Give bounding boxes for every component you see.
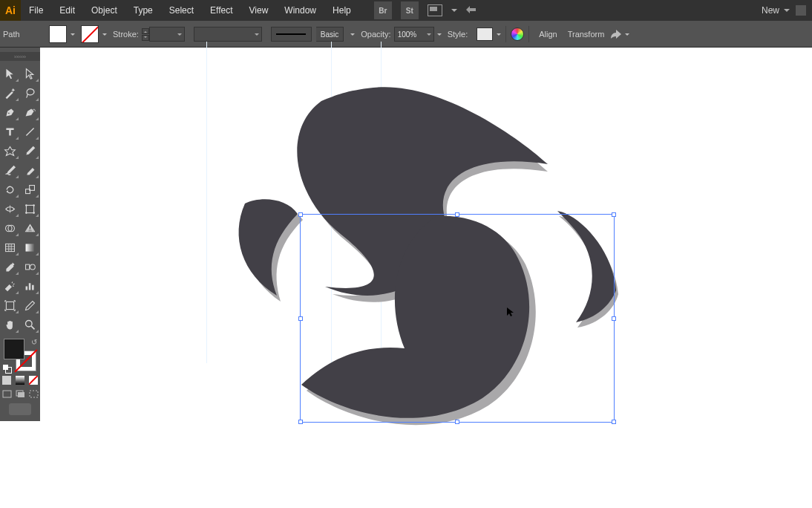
brush-stroke-icon (276, 33, 306, 35)
opacity-dropdown[interactable]: 100% (394, 27, 434, 42)
hand-tool[interactable] (0, 315, 20, 334)
transform-button[interactable]: Transform (563, 27, 610, 41)
eraser-tool[interactable] (20, 160, 40, 180)
menu-object[interactable]: Object (83, 0, 125, 21)
chevron-down-icon[interactable] (451, 9, 457, 15)
artwork-fill-group[interactable] (239, 87, 616, 418)
curvature-tool[interactable] (20, 102, 40, 122)
search-icon[interactable] (466, 4, 478, 17)
free-transform-tool[interactable] (20, 199, 40, 218)
magic-wand-tool[interactable] (0, 83, 20, 102)
doc-selector-icon[interactable] (796, 5, 806, 16)
symbol-sprayer-tool[interactable] (0, 276, 20, 296)
stroke-weight-dropdown[interactable] (149, 27, 185, 42)
brush-preview (271, 27, 312, 42)
style-swatch[interactable] (477, 27, 493, 41)
draw-normal-icon[interactable] (0, 388, 13, 399)
shaper-tool[interactable] (0, 160, 20, 180)
menubar-right: New (762, 5, 812, 16)
svg-rect-9 (6, 244, 15, 251)
isolate-icon[interactable] (609, 28, 623, 40)
mesh-tool[interactable] (0, 238, 20, 257)
controlbar: Path Stroke: Basic Opacity: 100% Style: … (0, 21, 812, 48)
chevron-right-icon[interactable] (437, 33, 442, 38)
menu-window[interactable]: Window (276, 0, 324, 21)
stroke-label[interactable]: Stroke: (113, 30, 139, 39)
vwp-dropdown[interactable] (194, 27, 262, 42)
color-mode-gradient[interactable] (13, 374, 27, 386)
arrange-documents-icon[interactable] (428, 4, 442, 16)
opacity-value: 100% (395, 30, 417, 39)
swap-fill-stroke-icon[interactable]: ↺ (31, 338, 37, 346)
color-mode-solid[interactable] (0, 374, 13, 386)
fill-swatch[interactable] (49, 25, 67, 43)
screen-mode-button[interactable] (9, 403, 31, 415)
svg-point-14 (26, 320, 33, 327)
paintbrush-tool[interactable] (20, 141, 40, 160)
bridge-icon[interactable]: Br (374, 1, 392, 19)
rotate-tool[interactable] (0, 180, 20, 199)
line-segment-tool[interactable] (20, 122, 40, 141)
svg-point-6 (33, 212, 35, 214)
svg-rect-2 (26, 205, 33, 212)
divider (528, 26, 529, 42)
menu-view[interactable]: View (241, 0, 277, 21)
column-graph-tool[interactable] (20, 276, 40, 296)
type-tool[interactable] (0, 122, 20, 141)
fill-control[interactable] (49, 25, 75, 43)
app-logo[interactable]: Ai (0, 0, 21, 21)
lasso-tool[interactable] (20, 83, 40, 102)
stroke-weight-stepper[interactable] (142, 28, 149, 41)
eyedropper-tool[interactable] (0, 257, 20, 276)
variable-width-profile[interactable] (194, 27, 262, 42)
chevron-down-icon[interactable] (350, 33, 355, 38)
shape-builder-tool[interactable] (0, 218, 20, 238)
workspace-switcher[interactable]: New (762, 5, 790, 16)
menu-edit[interactable]: Edit (51, 0, 83, 21)
stepper-down-icon[interactable] (142, 35, 149, 41)
recolor-artwork-icon[interactable] (511, 27, 524, 41)
direct-selection-tool[interactable] (20, 64, 40, 83)
fill-shape-bottom[interactable] (301, 216, 529, 418)
opacity-label[interactable]: Opacity: (361, 30, 390, 39)
draw-behind-icon[interactable] (13, 388, 27, 399)
fill-large-swatch[interactable] (4, 339, 24, 359)
menu-effect[interactable]: Effect (202, 0, 240, 21)
align-button[interactable]: Align (534, 27, 562, 41)
canvas-area[interactable] (43, 49, 812, 508)
artwork[interactable] (43, 49, 726, 508)
slice-tool[interactable] (20, 296, 40, 315)
stepper-up-icon[interactable] (142, 28, 149, 34)
blend-tool[interactable] (20, 257, 40, 276)
stroke-swatch[interactable] (81, 25, 99, 43)
artboard-tool[interactable] (0, 296, 20, 315)
chevron-down-icon[interactable] (71, 33, 75, 38)
menu-file[interactable]: File (21, 0, 51, 21)
chevron-down-icon (255, 33, 259, 38)
menu-select[interactable]: Select (161, 0, 202, 21)
pen-tool[interactable] (0, 102, 20, 122)
color-mode-none[interactable] (27, 374, 40, 386)
stock-icon[interactable]: St (401, 1, 419, 19)
gradient-tool[interactable] (20, 238, 40, 257)
perspective-grid-tool[interactable] (20, 218, 40, 238)
menu-help[interactable]: Help (324, 0, 359, 21)
brush-definition[interactable]: Basic (271, 27, 355, 42)
selection-tool[interactable] (0, 64, 20, 83)
graphic-style-control[interactable] (477, 27, 501, 41)
chevron-down-icon[interactable] (497, 33, 501, 38)
zoom-tool[interactable] (20, 315, 40, 334)
rectangle-tool[interactable] (0, 141, 20, 160)
fill-shape-left[interactable] (239, 199, 298, 296)
menu-type[interactable]: Type (125, 0, 161, 21)
chevron-down-icon[interactable] (625, 33, 629, 38)
scale-tool[interactable] (20, 180, 40, 199)
style-label[interactable]: Style: (448, 30, 468, 39)
fill-stroke-swatches[interactable]: ↺ (4, 339, 36, 371)
draw-inside-icon[interactable] (27, 388, 40, 399)
stroke-control[interactable] (81, 25, 107, 43)
width-tool[interactable] (0, 199, 20, 218)
chevron-down-icon[interactable] (102, 33, 107, 38)
default-fill-stroke-icon[interactable] (3, 365, 10, 372)
tools-grip[interactable]: ›››››› (0, 52, 40, 61)
